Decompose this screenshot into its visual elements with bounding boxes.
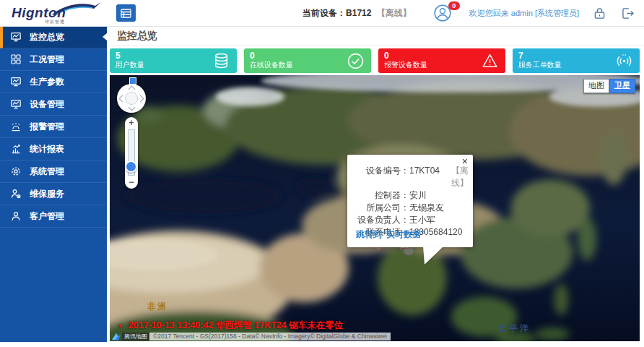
map-pan-control[interactable] — [117, 84, 146, 113]
monitor-chart-icon — [10, 76, 22, 87]
page-title: 监控总览 — [107, 26, 644, 46]
field-label: 控制器： — [347, 189, 409, 202]
logout-icon — [620, 6, 635, 21]
map-provider-name: 腾讯地图 — [122, 333, 149, 340]
map-type-switch: 地图 卫星 — [583, 79, 635, 93]
top-header: Hignton 华辰智通 当前设备：B1712 【离线】 0 欢迎您回来 adm… — [0, 0, 644, 27]
sidebar-item-statistics-reports[interactable]: 统计报表 — [0, 138, 107, 160]
active-item-arrow — [103, 33, 107, 40]
map-type-map-button[interactable]: 地图 — [583, 79, 609, 93]
realtime-data-link[interactable]: 跳转到“实时数据” — [356, 228, 425, 241]
field-label: 设备负责人： — [347, 214, 409, 226]
current-device-status: 【离线】 — [377, 8, 412, 18]
header-right-group: 当前设备：B1712 【离线】 0 欢迎您回来 admin [系统管理员] — [303, 4, 644, 22]
welcome-user: admin [系统管理员] — [511, 9, 579, 17]
map-zoom-control: + − — [125, 117, 138, 189]
welcome-text[interactable]: 欢迎您回来 admin [系统管理员] — [469, 8, 579, 19]
popup-row-company: 所属公司： 无锡泉友 — [347, 202, 473, 214]
sidebar-item-label: 工况管理 — [30, 53, 64, 66]
sidebar-nav: 监控总览 工况管理 生产参数 设备管理 报警管理 统计报表 系统管 — [0, 26, 107, 342]
person-icon — [10, 210, 22, 222]
sidebar-item-monitoring-overview[interactable]: 监控总览 — [0, 26, 107, 48]
tencent-map-logo-icon — [111, 333, 121, 341]
zoom-slider-thumb[interactable] — [125, 160, 137, 173]
sidebar-item-condition-management[interactable]: 工况管理 — [0, 48, 107, 71]
ticker-text: 2017-10-13 13:40:42 华西焊管 17KT24 锯车未在零位 — [129, 320, 343, 332]
sidebar-item-label: 生产参数 — [30, 76, 64, 88]
field-value: 安川 — [409, 189, 427, 202]
sidebar-item-customer-management[interactable]: 客户管理 — [0, 205, 107, 228]
stat-cards-row: 5 用户数量 0 在线设备数量 0 报警设备数量 7 服务工单数量 — [107, 46, 644, 75]
stat-card-users[interactable]: 5 用户数量 — [110, 48, 237, 73]
database-icon — [212, 52, 230, 73]
lock-icon — [592, 6, 607, 21]
pan-top-button[interactable] — [129, 77, 136, 85]
popup-row-device-id: 设备编号： 17KT04 【离线】 — [347, 165, 473, 189]
sidebar-toggle-button[interactable] — [116, 4, 136, 22]
current-device-label: 当前设备： — [303, 8, 346, 18]
map-label-africa: 非洲 — [147, 301, 167, 313]
stat-card-alarm-devices[interactable]: 0 报警设备数量 — [378, 48, 505, 73]
sidebar-item-label: 系统管理 — [30, 166, 64, 178]
field-label: 所属公司： — [347, 202, 409, 214]
check-circle-icon — [347, 52, 365, 73]
monitor-chart-icon — [10, 98, 22, 110]
popup-row-owner: 设备负责人： 王小军 — [347, 214, 473, 226]
device-status-badge: 【离线】 — [451, 165, 473, 189]
alarm-ticker[interactable]: ● 2017-10-13 13:40:42 华西焊管 17KT24 锯车未在零位 — [118, 320, 343, 332]
lock-screen-button[interactable] — [592, 6, 607, 21]
map-type-satellite-button[interactable]: 卫星 — [609, 79, 635, 93]
popup-row-controller: 控制器： 安川 — [347, 189, 473, 202]
pan-down-icon[interactable] — [129, 104, 136, 111]
zoom-in-button[interactable]: + — [125, 119, 138, 127]
warning-triangle-icon — [481, 52, 499, 73]
logout-button[interactable] — [620, 6, 635, 21]
ticker-bullet: ● — [118, 322, 122, 329]
map-attribution: 腾讯地图 ©2017 Tencent - GS(2017)156 - Data©… — [111, 332, 391, 341]
menu-icon — [121, 9, 131, 18]
field-value: 王小军 — [409, 214, 435, 226]
sidebar-item-device-management[interactable]: 设备管理 — [0, 93, 107, 116]
user-avatar-button[interactable]: 0 — [433, 4, 452, 22]
sidebar-item-label: 客户管理 — [30, 210, 64, 223]
welcome-label: 欢迎您回来 — [469, 9, 509, 17]
map-copyright: ©2017 Tencent - GS(2017)156 - Data© NavI… — [149, 333, 391, 340]
main-content: 监控总览 5 用户数量 0 在线设备数量 0 报警设备数量 7 服务工单数量 — [107, 26, 644, 347]
monitor-chart-icon — [10, 31, 22, 43]
sidebar-item-label: 维保服务 — [30, 188, 64, 200]
zoom-out-button[interactable]: − — [125, 178, 138, 187]
sidebar-item-alarm-management[interactable]: 报警管理 — [0, 116, 107, 138]
sidebar-item-maintenance-service[interactable]: 维保服务 — [0, 183, 107, 205]
close-icon[interactable]: × — [462, 156, 468, 166]
field-value: 无锡泉友 — [409, 202, 444, 214]
alarm-siren-icon — [10, 121, 22, 132]
broadcast-icon — [615, 52, 633, 73]
field-label: 设备编号： — [347, 165, 409, 189]
zoom-slider-track[interactable] — [128, 129, 135, 176]
device-info-popup: × 设备编号： 17KT04 【离线】 控制器： 安川 所属公司： 无锡泉友 设… — [347, 155, 473, 247]
popup-rows: 设备编号： 17KT04 【离线】 控制器： 安川 所属公司： 无锡泉友 设备负… — [347, 155, 473, 239]
popup-tail — [423, 247, 443, 265]
stat-card-service-orders[interactable]: 7 服务工单数量 — [513, 48, 640, 73]
stat-card-online-devices[interactable]: 0 在线设备数量 — [244, 48, 371, 73]
sidebar-item-label: 设备管理 — [30, 98, 64, 111]
sidebar-item-label: 报警管理 — [30, 121, 64, 133]
pan-center-button[interactable] — [125, 92, 138, 105]
pan-right-icon[interactable] — [137, 95, 144, 103]
gear-icon — [10, 166, 22, 177]
service-person-icon — [10, 188, 22, 200]
grid-icon — [10, 53, 22, 65]
sidebar-item-system-management[interactable]: 系统管理 — [0, 160, 107, 183]
sidebar-item-label: 监控总览 — [30, 31, 64, 43]
map-panel: + − 地图 卫星 中 国 非洲 太平洋 × 设备编号： 17KT04 【离线】 — [110, 75, 640, 341]
map-label-pacific: 太平洋 — [498, 322, 531, 335]
brand-logo: Hignton 华辰智通 — [0, 0, 107, 26]
sidebar-item-production-params[interactable]: 生产参数 — [0, 71, 107, 93]
field-value: 17KT04 — [409, 165, 440, 189]
notification-badge[interactable]: 0 — [448, 1, 460, 10]
current-device-value: B1712 — [346, 8, 371, 18]
logo-subtext: 华辰智通 — [45, 19, 65, 25]
bar-chart-icon — [10, 143, 22, 155]
sidebar-item-label: 统计报表 — [30, 143, 64, 155]
current-device-info: 当前设备：B1712 【离线】 — [303, 7, 412, 20]
